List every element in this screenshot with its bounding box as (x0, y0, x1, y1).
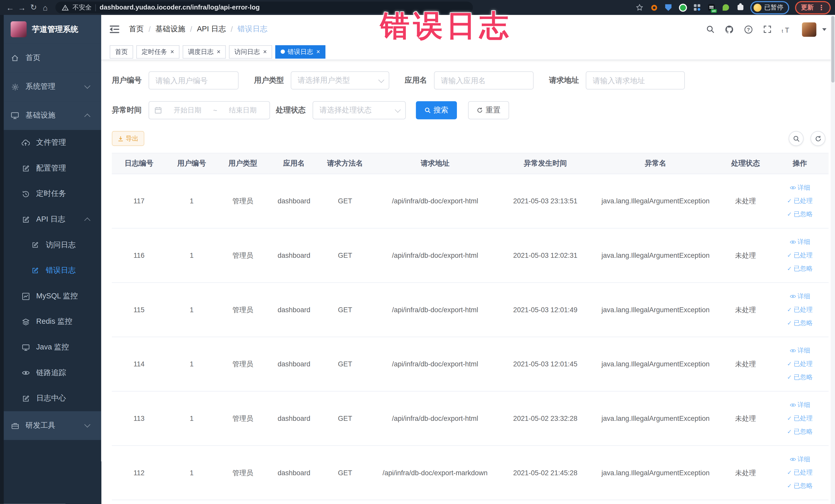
sidebar-item-api-log[interactable]: API 日志 (0, 207, 101, 233)
refresh-icon (477, 107, 483, 114)
browser-menu-kebab-icon[interactable]: ⋮ (818, 4, 825, 11)
tab-close-icon[interactable]: × (217, 48, 221, 55)
tab-close-icon[interactable]: × (316, 48, 320, 55)
sidebar-item-java-monitor[interactable]: Java 监控 (0, 335, 101, 360)
action-ignored-link[interactable]: ✓已忽略 (787, 425, 813, 439)
sidebar-item-access-log[interactable]: 访问日志 (0, 233, 101, 258)
breadcrumb-infrastructure[interactable]: 基础设施 (156, 24, 185, 34)
end-date-input[interactable]: 结束日期 (222, 105, 264, 115)
action-detail-link[interactable]: 详细 (790, 399, 810, 412)
action-processed-link[interactable]: ✓已处理 (787, 412, 813, 425)
action-ignored-link[interactable]: ✓已忽略 (787, 262, 813, 276)
action-ignored-link[interactable]: ✓已忽略 (787, 316, 813, 330)
action-processed-link[interactable]: ✓已处理 (787, 249, 813, 262)
help-icon[interactable]: ? (744, 25, 753, 34)
export-button[interactable]: 导出 (112, 131, 144, 146)
sidebar-item-trace[interactable]: 链路追踪 (0, 360, 101, 386)
tab-home[interactable]: 首页 (109, 45, 133, 58)
bookmark-star-icon[interactable] (635, 3, 644, 12)
browser-reload-button[interactable]: ↻ (28, 2, 40, 13)
table-cell: 管理员 (217, 337, 268, 391)
action-detail-link[interactable]: 详细 (790, 452, 810, 466)
filter-row-2: 异常时间 开始日期 ~ 结束日期 处理状态 请选择处理状态 (112, 101, 829, 119)
extension-leaf-icon[interactable] (721, 3, 730, 12)
browser-forward-button[interactable]: → (16, 2, 28, 13)
action-ignored-link[interactable]: ✓已忽略 (787, 479, 813, 493)
search-button[interactable]: 搜索 (416, 101, 457, 119)
extension-shield-icon[interactable] (664, 3, 673, 12)
table-cell: 2021-05-03 12:01:45 (500, 337, 591, 391)
action-detail-link[interactable]: 详细 (790, 290, 810, 303)
sidebar-item-mysql-monitor[interactable]: MySQL 监控 (0, 283, 101, 309)
window-left-edge (0, 15, 4, 504)
tab-close-icon[interactable]: × (170, 48, 174, 55)
eye-icon (21, 369, 30, 377)
tab-dispatch-log[interactable]: 调度日志× (183, 45, 226, 58)
tab-access-log[interactable]: 访问日志× (229, 45, 272, 58)
reset-button[interactable]: 重置 (468, 101, 509, 119)
extensions-puzzle-icon[interactable] (736, 3, 745, 12)
tab-error-log[interactable]: 错误日志× (276, 45, 325, 58)
filter-request-url-input[interactable] (586, 72, 685, 89)
avatar-caret-icon[interactable] (822, 28, 827, 31)
sidebar-item-home[interactable]: 首页 (0, 44, 101, 73)
github-icon[interactable] (725, 25, 734, 34)
table-cell: dashboard (268, 228, 320, 283)
sidebar-item-system-mgmt[interactable]: 系统管理 (0, 73, 101, 101)
sidebar-logo[interactable]: 芋道管理系统 (0, 15, 101, 44)
sidebar-item-log-center[interactable]: 日志中心 (0, 386, 101, 411)
breadcrumb-home[interactable]: 首页 (129, 24, 144, 34)
table-cell: 未处理 (720, 174, 771, 228)
col-header-actions: 操作 (771, 153, 829, 174)
sidebar-item-dev-tools[interactable]: 研发工具 (0, 411, 101, 440)
action-processed-link[interactable]: ✓已处理 (787, 194, 813, 208)
search-icon[interactable] (706, 25, 715, 34)
action-detail-link[interactable]: 详细 (790, 236, 810, 249)
filter-process-status-select[interactable]: 请选择处理状态 (313, 101, 406, 119)
extension-orange-icon[interactable] (650, 3, 658, 12)
sidebar-item-config-mgmt[interactable]: 配置管理 (0, 156, 101, 181)
filter-app-name-input[interactable] (434, 72, 534, 89)
extension-green-icon[interactable] (678, 3, 687, 12)
filter-user-id-input[interactable] (149, 72, 239, 89)
table-cell: 2021-05-02 21:45:28 (500, 445, 591, 500)
browser-update-button[interactable]: 更新 ⋮ (795, 1, 831, 14)
action-processed-link[interactable]: ✓已处理 (787, 466, 813, 479)
tab-close-icon[interactable]: × (263, 48, 267, 55)
action-ignored-link[interactable]: ✓已忽略 (787, 208, 813, 221)
extension-adblock-on-icon[interactable]: on (707, 3, 716, 12)
scrollbar-thumb[interactable] (831, 16, 834, 82)
sidebar-item-file-mgmt[interactable]: 文件管理 (0, 130, 101, 156)
browser-home-button[interactable]: ⌂ (40, 2, 51, 13)
tab-scheduled-jobs[interactable]: 定时任务× (136, 45, 179, 58)
breadcrumb-api-log[interactable]: API 日志 (197, 24, 226, 34)
avatar[interactable] (802, 22, 816, 37)
fullscreen-icon[interactable] (763, 25, 772, 34)
sidebar-item-infrastructure[interactable]: 基础设施 (0, 101, 101, 130)
schedule-icon (21, 190, 30, 198)
refresh-table-button[interactable] (811, 131, 826, 146)
action-processed-link[interactable]: ✓已处理 (787, 357, 813, 371)
action-processed-link[interactable]: ✓已处理 (787, 303, 813, 316)
font-size-icon[interactable]: tT (782, 25, 792, 33)
table-cell: java.lang.IllegalArgumentException (591, 391, 720, 446)
page-scrollbar[interactable] (831, 15, 835, 504)
action-ignored-link[interactable]: ✓已忽略 (787, 371, 813, 384)
extension-grid-icon[interactable] (693, 3, 701, 12)
edit-icon (21, 164, 30, 173)
action-detail-link[interactable]: 详细 (790, 344, 810, 357)
active-tab-dot (281, 49, 285, 54)
sidebar-item-error-log[interactable]: 错误日志 (0, 258, 101, 283)
action-detail-link[interactable]: 详细 (790, 181, 810, 194)
sidebar-item-scheduled-jobs[interactable]: 定时任务 (0, 181, 101, 207)
table-cell: 2021-05-03 12:02:31 (500, 228, 591, 283)
table-cell: 管理员 (217, 228, 268, 283)
start-date-input[interactable]: 开始日期 (166, 105, 209, 115)
filter-user-type-select[interactable]: 请选择用户类型 (291, 72, 389, 89)
hide-search-button[interactable] (789, 131, 803, 146)
browser-back-button[interactable]: ← (4, 2, 16, 13)
exception-time-range-picker[interactable]: 开始日期 ~ 结束日期 (149, 101, 270, 119)
profile-paused-badge[interactable]: 已暂停 (750, 1, 789, 14)
sidebar-item-redis-monitor[interactable]: Redis 监控 (0, 309, 101, 335)
sidebar-collapse-icon[interactable] (109, 26, 119, 33)
